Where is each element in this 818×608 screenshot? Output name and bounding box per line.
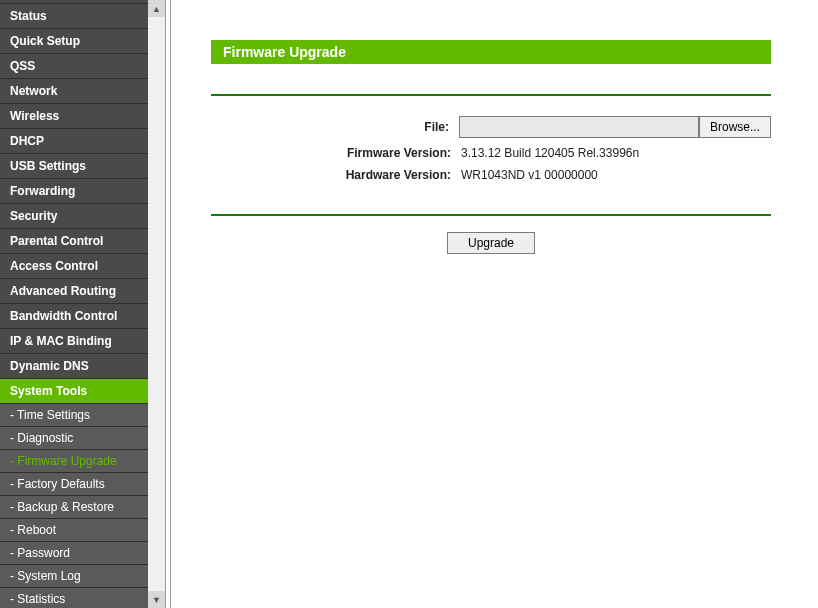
sidebar-item-forwarding[interactable]: Forwarding (0, 179, 148, 204)
sidebar-sub-label: - Reboot (10, 523, 56, 537)
sidebar-item-network[interactable]: Network (0, 79, 148, 104)
sidebar-label: IP & MAC Binding (10, 334, 112, 348)
sidebar-label: Forwarding (10, 184, 75, 198)
sidebar-sub-label: - Statistics (10, 592, 65, 606)
file-path-input[interactable] (459, 116, 699, 138)
sidebar-item-usb-settings[interactable]: USB Settings (0, 154, 148, 179)
file-row: File: Browse... (211, 116, 771, 138)
menu-list: Status Quick Setup QSS Network Wireless … (0, 0, 148, 608)
sidebar-label: Parental Control (10, 234, 103, 248)
sidebar-label: Network (10, 84, 57, 98)
sidebar-item-dynamic-dns[interactable]: Dynamic DNS (0, 354, 148, 379)
sidebar-sub-diagnostic[interactable]: - Diagnostic (0, 427, 148, 450)
sidebar-label: Quick Setup (10, 34, 80, 48)
sidebar-item-access-control[interactable]: Access Control (0, 254, 148, 279)
sidebar-item-dhcp[interactable]: DHCP (0, 129, 148, 154)
panel-body: File: Browse... Firmware Version: 3.13.1… (211, 94, 771, 216)
sidebar-sub-reboot[interactable]: - Reboot (0, 519, 148, 542)
sidebar-sub-label: - Backup & Restore (10, 500, 114, 514)
sidebar-sub-label: - Time Settings (10, 408, 90, 422)
panel-title: Firmware Upgrade (211, 40, 771, 64)
content-area: Firmware Upgrade File: Browse... Firmwar… (171, 0, 818, 608)
sidebar-sub-statistics[interactable]: - Statistics (0, 588, 148, 608)
hardware-version-label: Hardware Version: (211, 168, 461, 182)
sidebar-item-bandwidth-control[interactable]: Bandwidth Control (0, 304, 148, 329)
firmware-version-value: 3.13.12 Build 120405 Rel.33996n (461, 146, 639, 160)
sidebar-label: QSS (10, 59, 35, 73)
firmware-version-label: Firmware Version: (211, 146, 461, 160)
sidebar-sub-label: - Password (10, 546, 70, 560)
sidebar-item-quick-setup[interactable]: Quick Setup (0, 29, 148, 54)
sidebar-scrollbar[interactable]: ▲ ▼ (148, 0, 165, 608)
sidebar-item-system-tools[interactable]: System Tools (0, 379, 148, 404)
sidebar-sub-system-log[interactable]: - System Log (0, 565, 148, 588)
upgrade-button-wrap: Upgrade (211, 232, 771, 254)
hardware-version-value: WR1043ND v1 00000000 (461, 168, 598, 182)
sidebar-label: Access Control (10, 259, 98, 273)
sidebar-label: Security (10, 209, 57, 223)
sidebar-item-ip-mac-binding[interactable]: IP & MAC Binding (0, 329, 148, 354)
sidebar-sub-label: - System Log (10, 569, 81, 583)
scroll-up-arrow-icon[interactable]: ▲ (148, 0, 165, 17)
sidebar-item-security[interactable]: Security (0, 204, 148, 229)
sidebar-label: DHCP (10, 134, 44, 148)
sidebar-sub-label: - Firmware Upgrade (10, 454, 117, 468)
sidebar-label: USB Settings (10, 159, 86, 173)
sidebar-label: System Tools (10, 384, 87, 398)
hardware-version-row: Hardware Version: WR1043ND v1 00000000 (211, 168, 771, 182)
sidebar-sub-password[interactable]: - Password (0, 542, 148, 565)
sidebar-label: Dynamic DNS (10, 359, 89, 373)
sidebar-sub-firmware-upgrade[interactable]: - Firmware Upgrade (0, 450, 148, 473)
file-input-wrap: Browse... (459, 116, 771, 138)
sidebar: Status Quick Setup QSS Network Wireless … (0, 0, 165, 608)
sidebar-item-advanced-routing[interactable]: Advanced Routing (0, 279, 148, 304)
sidebar-item-qss[interactable]: QSS (0, 54, 148, 79)
sidebar-label: Status (10, 9, 47, 23)
browse-button[interactable]: Browse... (699, 116, 771, 138)
sidebar-item-status[interactable]: Status (0, 4, 148, 29)
file-label: File: (211, 120, 459, 134)
sidebar-sub-label: - Factory Defaults (10, 477, 105, 491)
sidebar-label: Wireless (10, 109, 59, 123)
sidebar-sub-factory-defaults[interactable]: - Factory Defaults (0, 473, 148, 496)
sidebar-sub-backup-restore[interactable]: - Backup & Restore (0, 496, 148, 519)
sidebar-label: Advanced Routing (10, 284, 116, 298)
scroll-down-arrow-icon[interactable]: ▼ (148, 591, 165, 608)
sidebar-item-wireless[interactable]: Wireless (0, 104, 148, 129)
sidebar-label: Bandwidth Control (10, 309, 117, 323)
sidebar-item-parental-control[interactable]: Parental Control (0, 229, 148, 254)
firmware-version-row: Firmware Version: 3.13.12 Build 120405 R… (211, 146, 771, 160)
sidebar-sub-time-settings[interactable]: - Time Settings (0, 404, 148, 427)
upgrade-button[interactable]: Upgrade (447, 232, 535, 254)
sidebar-sub-label: - Diagnostic (10, 431, 73, 445)
